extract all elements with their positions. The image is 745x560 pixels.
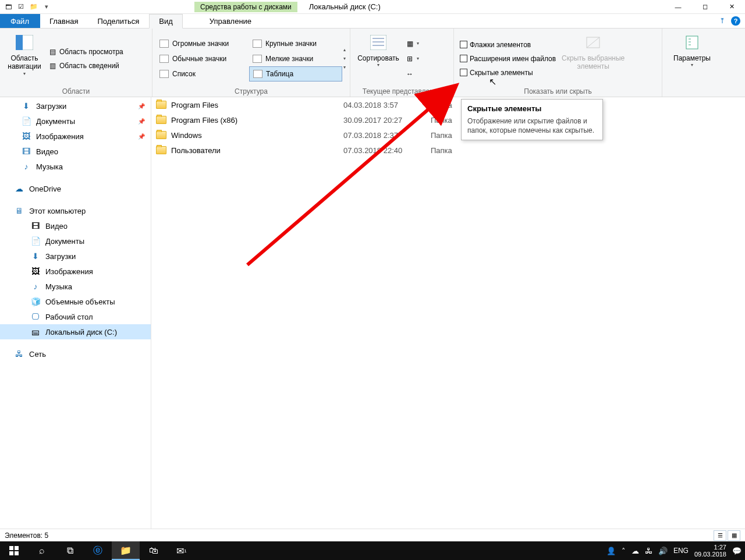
tray-clock[interactable]: 1:27 09.03.2018 <box>694 544 726 558</box>
tooltip-title: Скрытые элементы <box>467 104 597 113</box>
properties-icon[interactable]: ☑ <box>16 2 26 12</box>
nav-pc-music[interactable]: ♪Музыка <box>0 279 151 294</box>
preview-pane-button[interactable]: ▤ Область просмотра <box>45 45 126 59</box>
view-thumbnails-button[interactable]: ▦ <box>728 530 740 541</box>
details-pane-button[interactable]: ▥ Область сведений <box>45 59 126 73</box>
nav-pc-documents[interactable]: 📄Документы <box>0 233 151 249</box>
svg-line-7 <box>587 37 599 48</box>
navigation-pane-icon <box>15 33 34 52</box>
tab-share[interactable]: Поделиться <box>88 14 149 28</box>
nav-pc-pictures[interactable]: 🖼Изображения <box>0 264 151 279</box>
pin-icon: 📌 <box>138 103 145 109</box>
hide-selected-button[interactable]: Скрыть выбранные элементы <box>558 31 628 86</box>
ribbon-group-label: Показать или скрыть <box>457 86 658 95</box>
layout-list[interactable]: Список <box>156 66 249 81</box>
objects-icon: 🧊 <box>30 296 41 307</box>
chevron-down-icon: ▾ <box>691 62 693 68</box>
tray-chevron-up-icon[interactable]: ˄ <box>622 547 626 555</box>
file-row[interactable]: Program Files 04.03.2018 3:57 Папка <box>151 97 745 112</box>
layout-large[interactable]: Крупные значки <box>249 36 342 51</box>
status-item-count: Элементов: 5 <box>5 531 48 540</box>
folder-icon <box>156 146 166 154</box>
svg-rect-1 <box>16 35 23 50</box>
nav-pc-disk-c[interactable]: 🖴Локальный диск (C:) <box>0 324 151 339</box>
nav-this-pc[interactable]: 🖥Этот компьютер <box>0 203 151 218</box>
downloads-icon: ⬇ <box>30 251 41 261</box>
hide-selected-label: Скрыть выбранные элементы <box>559 54 627 71</box>
chevron-down-icon: ▾ <box>343 56 346 61</box>
tab-view[interactable]: Вид <box>149 14 183 29</box>
action-center-icon[interactable]: 💬 <box>732 547 742 555</box>
taskbar-store[interactable]: 🛍 <box>140 541 168 560</box>
onedrive-tray-icon[interactable]: ☁ <box>632 547 639 555</box>
qat-dropdown-icon[interactable]: ▾ <box>42 2 51 12</box>
file-list: Program Files 04.03.2018 3:57 Папка Prog… <box>151 97 745 158</box>
tab-manage[interactable]: Управление <box>200 14 261 28</box>
nav-quick-documents[interactable]: 📄Документы📌 <box>0 114 151 129</box>
layout-details[interactable]: Таблица <box>249 66 342 81</box>
file-list-pane[interactable]: Program Files 04.03.2018 3:57 Папка Prog… <box>151 97 745 529</box>
view-details-button[interactable]: ☰ <box>714 530 726 541</box>
tray-language[interactable]: ENG <box>673 547 689 555</box>
file-row[interactable]: Program Files (x86) 30.09.2017 20:27 Пап… <box>151 112 745 127</box>
taskbar-explorer[interactable]: 📁 <box>112 541 140 560</box>
options-button[interactable]: Параметры ▾ <box>666 31 718 86</box>
layout-medium[interactable]: Обычные значки <box>156 51 249 66</box>
taskbar: ⌕ ⧉ ⓔ 📁 🛍 ✉1 👤 ˄ ☁ 🖧 🔊 ENG 1:27 09.03.20… <box>0 541 745 560</box>
minimize-button[interactable]: — <box>665 0 691 14</box>
columns-icon: ⊞ <box>405 54 414 63</box>
close-button[interactable]: ✕ <box>718 0 745 14</box>
tab-file[interactable]: Файл <box>0 14 40 28</box>
tab-home[interactable]: Главная <box>40 14 88 28</box>
layout-small[interactable]: Мелкие значки <box>249 51 342 66</box>
taskbar-edge[interactable]: ⓔ <box>84 541 112 560</box>
add-columns-button[interactable]: ⊞▾ <box>403 52 421 66</box>
network-tray-icon[interactable]: 🖧 <box>645 547 652 555</box>
folder-icon <box>156 131 166 139</box>
ribbon-group-show-hide: Флажки элементов Расширения имен файлов … <box>454 29 662 97</box>
group-icon: ▦ <box>405 39 414 48</box>
volume-tray-icon[interactable]: 🔊 <box>658 547 668 555</box>
search-button[interactable]: ⌕ <box>28 541 56 560</box>
nav-quick-videos[interactable]: 🎞Видео <box>0 144 151 159</box>
start-button[interactable] <box>0 541 28 560</box>
navigation-pane-button[interactable]: Область навигации ▾ <box>3 31 45 86</box>
nav-onedrive[interactable]: ☁OneDrive <box>0 181 151 196</box>
hidden-items-toggle[interactable]: Скрытые элементы <box>457 66 558 80</box>
nav-pc-desktop[interactable]: 🖵Рабочий стол <box>0 309 151 324</box>
layout-gallery-scroll[interactable]: ▴ ▾ ▾ <box>342 47 346 70</box>
task-view-button[interactable]: ⧉ <box>56 541 84 560</box>
nav-quick-music[interactable]: ♪Музыка <box>0 159 151 174</box>
size-columns-button[interactable]: ↔ <box>403 67 421 81</box>
help-icon[interactable]: ? <box>731 16 740 26</box>
downloads-icon: ⬇ <box>21 101 31 111</box>
taskbar-mail[interactable]: ✉1 <box>168 541 196 560</box>
file-row[interactable]: Пользователи 07.03.2018 22:40 Папка <box>151 143 745 158</box>
folder-icon: 📁 <box>29 2 38 12</box>
nav-network[interactable]: 🖧Сеть <box>0 346 151 361</box>
navigation-pane[interactable]: ⬇Загрузки📌 📄Документы📌 🖼Изображения📌 🎞Ви… <box>0 97 151 529</box>
pictures-icon: 🖼 <box>30 266 41 277</box>
desktop-icon: 🖵 <box>30 311 41 322</box>
nav-pc-downloads[interactable]: ⬇Загрузки <box>0 249 151 264</box>
chevron-down-icon: ▾ <box>417 56 419 61</box>
window-controls: — ◻ ✕ <box>665 0 745 14</box>
maximize-button[interactable]: ◻ <box>691 0 718 14</box>
videos-icon: 🎞 <box>30 221 41 231</box>
file-extensions-toggle[interactable]: Расширения имен файлов <box>457 52 558 66</box>
group-by-button[interactable]: ▦▾ <box>403 37 421 51</box>
minimize-ribbon-icon[interactable]: ⤒ <box>719 17 725 25</box>
file-row[interactable]: Windows 07.03.2018 2:37 Папка <box>151 127 745 143</box>
item-checkboxes-toggle[interactable]: Флажки элементов <box>457 38 558 52</box>
sort-button[interactable]: Сортировать ▾ <box>354 31 403 86</box>
system-tray: 👤 ˄ ☁ 🖧 🔊 ENG 1:27 09.03.2018 💬 <box>606 544 745 558</box>
layout-extra-large[interactable]: Огромные значки <box>156 36 249 51</box>
ribbon-group-label: Структура <box>156 86 346 95</box>
nav-pc-videos[interactable]: 🎞Видео <box>0 218 151 233</box>
nav-pc-3d-objects[interactable]: 🧊Объемные объекты <box>0 294 151 309</box>
ribbon-group-label: Текущее представление <box>354 86 450 95</box>
people-icon[interactable]: 👤 <box>606 547 616 555</box>
nav-quick-pictures[interactable]: 🖼Изображения📌 <box>0 129 151 144</box>
nav-quick-downloads[interactable]: ⬇Загрузки📌 <box>0 98 151 114</box>
svg-rect-16 <box>15 551 19 555</box>
